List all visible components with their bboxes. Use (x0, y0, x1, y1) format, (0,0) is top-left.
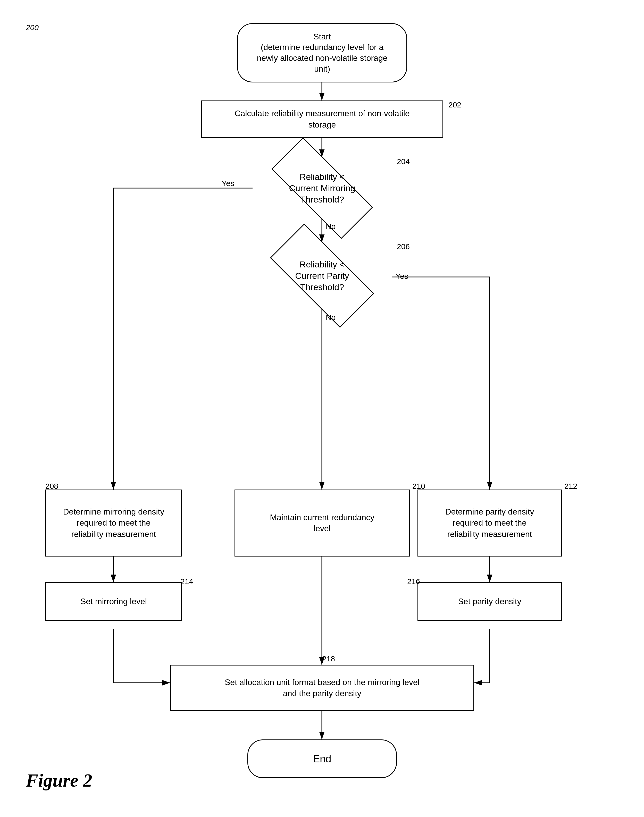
ref-208: 208 (45, 482, 58, 491)
ref-206: 206 (397, 242, 410, 251)
node-210: Maintain current redundancylevel (235, 489, 410, 556)
start-node: Start(determine redundancy level for ane… (237, 23, 407, 83)
node-212: Determine parity densityrequired to meet… (417, 489, 562, 556)
node-208: Determine mirroring densityrequired to m… (45, 489, 182, 556)
ref-202: 202 (448, 101, 461, 109)
node-214: Set mirroring level (45, 582, 182, 621)
ref-218: 218 (322, 655, 335, 663)
ref-200: 200 (26, 23, 39, 32)
node-204: Reliability <Current MirroringThreshold? (253, 157, 392, 219)
ref-216: 216 (407, 577, 420, 586)
label-no-206: No (326, 313, 336, 322)
label-no-204: No (326, 222, 336, 231)
ref-210: 210 (412, 482, 425, 491)
node-206: Reliability <Current ParityThreshold? (253, 242, 392, 309)
node-216: Set parity density (417, 582, 562, 621)
ref-212: 212 (564, 482, 577, 491)
ref-204: 204 (397, 157, 410, 166)
figure-label: Figure 2 (26, 770, 92, 791)
node-202: Calculate reliability measurement of non… (201, 101, 443, 138)
ref-214: 214 (180, 577, 193, 586)
node-218: Set allocation unit format based on the … (170, 665, 474, 711)
end-node: End (247, 739, 397, 778)
flowchart-container: 200 Start(determine redundancy level for… (0, 0, 644, 817)
label-yes-204: Yes (222, 179, 234, 188)
label-yes-206: Yes (396, 272, 408, 281)
